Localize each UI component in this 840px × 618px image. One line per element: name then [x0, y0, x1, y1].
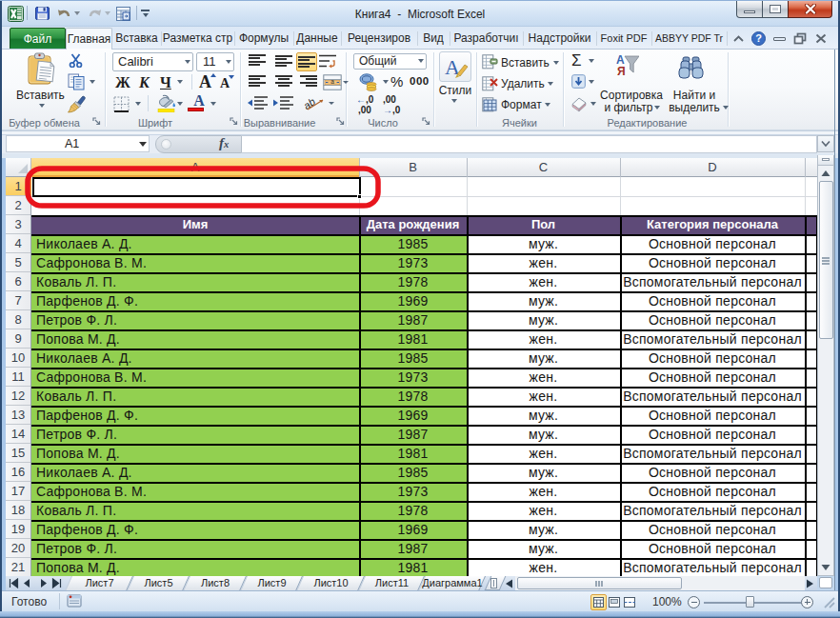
svg-text:a: a — [330, 78, 334, 85]
svg-text:ab: ab — [304, 95, 317, 111]
svg-text:Я: Я — [617, 65, 626, 78]
svg-text:?: ? — [755, 32, 762, 44]
